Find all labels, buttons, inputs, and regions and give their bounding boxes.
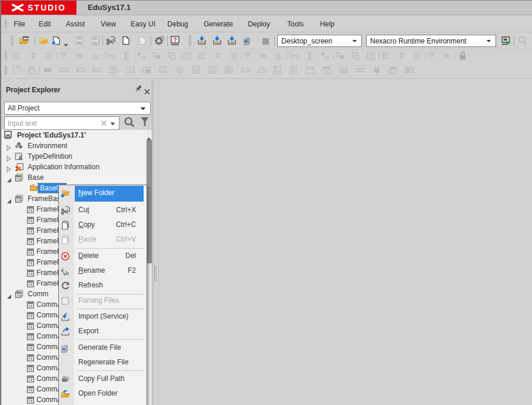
svg-text:T: T xyxy=(369,53,373,60)
svg-text:T: T xyxy=(185,53,189,60)
svg-text:?: ? xyxy=(173,37,177,43)
svg-text:31: 31 xyxy=(325,69,329,73)
svg-text:++: ++ xyxy=(95,68,99,72)
svg-text:a: a xyxy=(61,266,64,273)
svg-text:XYZ: XYZ xyxy=(307,67,314,71)
svg-text:L: L xyxy=(128,67,131,73)
svg-text:b: b xyxy=(66,269,69,276)
